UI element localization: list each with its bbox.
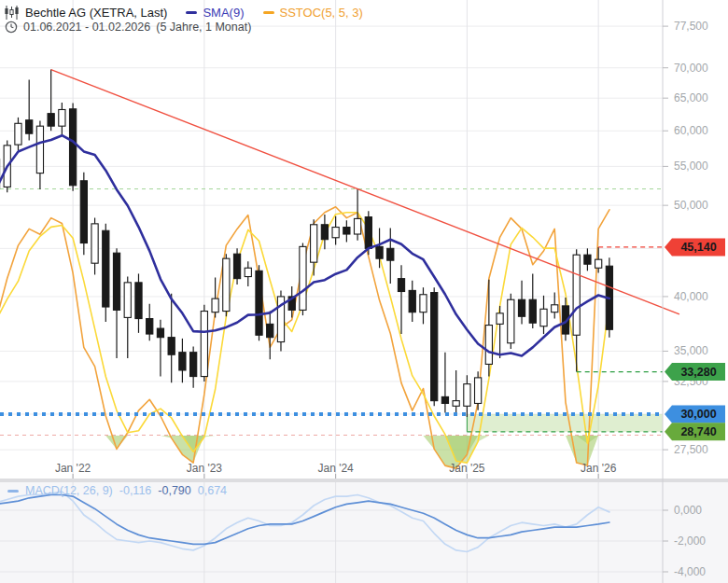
candle-body (453, 401, 459, 407)
candle-body (15, 123, 21, 145)
macd-legend[interactable]: MACD(12, 26, 9) -0,116 -0,790 0,674 (7, 484, 227, 497)
macd-histogram-value: 0,674 (198, 484, 227, 497)
candle-body (398, 279, 404, 292)
macd-signal-value: -0,790 (158, 484, 190, 497)
chart-header: Bechtle AG (XETRA, Last) SMA(9) SSTOC(5,… (4, 5, 363, 21)
axis-tick-label: 60,000 (674, 124, 708, 137)
candle-body (540, 309, 547, 326)
candle-body (441, 396, 448, 403)
candle-body (147, 319, 153, 334)
candle-body (223, 258, 230, 311)
candle-body (497, 313, 503, 325)
macd-legend-label: MACD(12, 26, 9) (25, 484, 113, 497)
candle-body (365, 217, 371, 249)
candle-body (245, 268, 251, 276)
candle-body (464, 384, 470, 407)
candle-body (168, 338, 175, 355)
chart-window: 77,50070,00065,00060,00055,00050,00040,0… (0, 0, 728, 583)
svg-text:30,000: 30,000 (680, 408, 716, 421)
candle-body (485, 326, 492, 365)
x-axis-label: Jan '25 (449, 462, 485, 475)
candle-body (584, 255, 591, 264)
svg-text:33,280: 33,280 (680, 366, 716, 379)
date-range: 01.06.2021 - 01.02.2026 (23, 21, 150, 34)
candle-body (59, 109, 65, 126)
candle-body (233, 254, 240, 278)
chart-subheader: 01.06.2021 - 01.02.2026 (5 Jahre, 1 Mona… (5, 21, 251, 34)
candle-body (135, 283, 142, 319)
candle-body (387, 248, 394, 260)
panel-divider (0, 479, 728, 482)
sstoc-legend-label[interactable]: SSTOC(5, 5, 3) (280, 6, 363, 20)
candle-body (212, 298, 218, 312)
candle-body (256, 271, 262, 335)
candle-body (300, 246, 306, 310)
candle-body (595, 259, 602, 268)
svg-text:45,140: 45,140 (680, 241, 716, 254)
candlestick-chart-icon (4, 5, 20, 21)
axis-tick-label: -2,000 (674, 534, 706, 548)
candle-body (354, 218, 360, 234)
support-zone (467, 414, 663, 432)
candle-body (518, 299, 525, 316)
candle-body (70, 109, 77, 186)
date-duration: (5 Jahre, 1 Monat) (156, 21, 251, 34)
axis-tick-label: -4,000 (674, 565, 706, 578)
price-tag-33,280[interactable]: 33,280 (665, 363, 725, 381)
candle-body (267, 324, 273, 337)
candle-body (179, 353, 186, 370)
axis-tick-label: 65,000 (674, 91, 708, 104)
candle-body (26, 120, 33, 133)
candle-body (420, 295, 427, 312)
candle-body (157, 328, 163, 338)
price-tag-45,140[interactable]: 45,140 (665, 238, 725, 256)
candle-body (343, 228, 350, 234)
clock-icon (5, 21, 18, 34)
candle-body (376, 246, 383, 258)
x-axis-label: Jan '26 (581, 462, 617, 475)
price-tag-30,000[interactable]: 30,000 (665, 405, 725, 423)
candle-body (113, 253, 119, 310)
sstoc-legend-swatch (263, 11, 274, 14)
axis-tick-label: 0,000 (674, 504, 702, 517)
candle-body (529, 299, 536, 323)
candle-body (36, 126, 43, 173)
axis-tick-label: 27,500 (674, 443, 708, 456)
candle-body (573, 255, 580, 335)
candle-body (91, 224, 98, 263)
candle-body (124, 283, 131, 318)
axis-tick-label: 55,000 (674, 160, 708, 173)
instrument-title[interactable]: Bechtle AG (XETRA, Last) (25, 6, 167, 20)
candle-body (48, 114, 54, 127)
axis-tick-label: 35,000 (674, 344, 708, 357)
macd-legend-swatch (7, 490, 19, 493)
x-axis-label: Jan '24 (317, 462, 354, 475)
candle-body (103, 230, 109, 307)
sma-legend-label[interactable]: SMA(9) (203, 6, 244, 20)
axis-tick-label: 77,500 (674, 20, 708, 33)
price-tag-28,740[interactable]: 28,740 (665, 423, 725, 440)
x-axis-label: Jan '23 (187, 462, 223, 475)
candle-body (475, 378, 482, 404)
candle-body (321, 225, 328, 240)
candle-body (508, 299, 514, 343)
candle-body (201, 312, 207, 377)
svg-text:28,740: 28,740 (680, 425, 716, 438)
candle-body (431, 293, 438, 401)
macd-value: -0,116 (119, 484, 152, 497)
axis-tick-label: 70,000 (674, 62, 708, 75)
candle-body (409, 290, 415, 312)
candle-body (552, 305, 558, 312)
candle-body (332, 228, 339, 238)
sma-legend-swatch (186, 11, 197, 14)
candle-body (80, 181, 87, 243)
axis-tick-label: 50,000 (674, 199, 708, 212)
candle-body (311, 225, 317, 262)
axis-tick-label: 40,000 (674, 290, 708, 303)
candle-body (190, 353, 197, 377)
x-axis-label: Jan '22 (55, 462, 91, 475)
